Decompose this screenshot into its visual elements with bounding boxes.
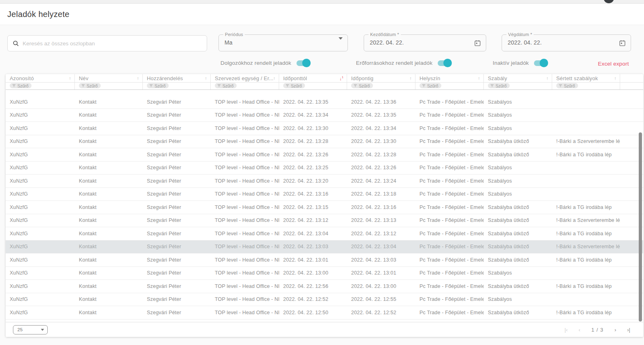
employees-beacons-toggle[interactable] [297, 60, 309, 66]
filter-chip[interactable]: Szűrő [351, 83, 373, 88]
inactive-beacons-toggle[interactable] [534, 60, 547, 66]
table-row[interactable]: XuNzfGKontaktSzegvári PéterTOP level - H… [6, 96, 643, 109]
table-row[interactable]: XuNzfGKontaktSzegvári PéterTOP level - H… [6, 227, 643, 241]
column-header-2[interactable]: Hozzárendelés↑ [143, 74, 211, 82]
cell-violated [552, 267, 620, 280]
header-filler [620, 74, 643, 82]
filter-chip-label: Szűrő [359, 83, 370, 88]
chevron-down-icon[interactable] [339, 37, 343, 47]
filter-chip[interactable]: Szűrő [283, 83, 305, 88]
cell-assignment: Szegvári Péter [143, 109, 211, 122]
column-header-6[interactable]: Helyszín↑ [415, 74, 484, 82]
table-row[interactable]: XuNzfGKontaktSzegvári PéterTOP level - H… [6, 162, 643, 175]
cell-name: Kontakt [75, 241, 143, 253]
column-header-4[interactable]: Időponttól↓1 [279, 74, 347, 82]
calendar-icon[interactable] [619, 40, 626, 48]
table-row[interactable]: XuNzfGKontaktSzegvári PéterTOP level - H… [6, 293, 643, 307]
filter-chip[interactable]: Szűrő [215, 83, 237, 88]
cell-location: Pc Trade - Főépület - Emelet -... [415, 148, 484, 161]
resources-beacons-toggle[interactable] [438, 60, 451, 66]
table-row[interactable]: XuNzfGKontaktSzegvári PéterTOP level - H… [6, 135, 643, 149]
cell-name: Kontakt [75, 214, 143, 227]
vertical-scrollbar[interactable] [639, 90, 642, 322]
table-row[interactable]: XuNzfGKontaktSzegvári PéterTOP level - H… [6, 109, 643, 122]
cell-to: 2022. 04. 22. 13:13 [347, 214, 415, 227]
user-avatar[interactable] [604, 0, 614, 3]
chevron-down-icon [41, 329, 44, 331]
cell-from: 2022. 04. 22. 13:25 [279, 162, 347, 175]
cell-org: TOP level - Head Office - NE T... [211, 267, 279, 280]
cell-to: 2022. 04. 22. 13:16 [347, 201, 415, 214]
table-row[interactable]: XuNzfGKontaktSzegvári PéterTOP level - H… [6, 214, 643, 228]
cell-rule: Szabályba ütköző [484, 148, 552, 161]
table-row[interactable]: XuNzfGKontaktSzegvári PéterTOP level - H… [6, 175, 643, 188]
filter-chip[interactable]: Szűrő [10, 83, 32, 88]
cell-name: Kontakt [75, 122, 143, 135]
table-top-spacer [6, 90, 643, 96]
search-field[interactable] [7, 35, 207, 51]
table-row[interactable]: XuNzfGKontaktSzegvári PéterTOP level - H… [6, 241, 643, 254]
table-row[interactable]: XuNzfGKontaktSzegvári PéterTOP level - H… [6, 122, 643, 135]
cell-assignment: Szegvári Péter [143, 135, 211, 148]
cell-id: XuNzfG [6, 148, 75, 161]
cell-name: Kontakt [75, 306, 143, 319]
column-header-8[interactable]: Sértett szabályok↑ [552, 74, 620, 82]
cell-id: XuNzfG [6, 214, 75, 227]
filter-icon [286, 84, 289, 87]
previous-page-button[interactable]: ‹ [578, 327, 580, 333]
first-page-button[interactable]: |‹ [565, 327, 568, 333]
filter-chip[interactable]: Szűrő [419, 83, 441, 88]
filter-chip[interactable]: Szűrő [556, 83, 578, 88]
cell-rule: Szabályba ütköző [484, 280, 552, 293]
cell-from: 2022. 04. 22. 13:15 [279, 201, 347, 214]
calendar-icon[interactable] [474, 40, 481, 48]
cell-violated: !-Bárki a Szerverterembe lép [552, 135, 620, 148]
cell-assignment: Szegvári Péter [143, 306, 211, 319]
end-date-field[interactable]: Végdátum * 2022. 04. 22. [502, 34, 631, 51]
cell-id: XuNzfG [6, 227, 75, 240]
table-row[interactable]: XuNzfGKontaktSzegvári PéterTOP level - H… [6, 188, 643, 201]
cell-rule: Szabályba ütköző [484, 306, 552, 319]
paginator: |‹ ‹ 1 / 3 › ›| [565, 327, 630, 333]
table-row[interactable]: XuNzfGKontaktSzegvári PéterTOP level - H… [6, 267, 643, 280]
filter-chip-label: Szűrő [291, 83, 302, 88]
cell-org: TOP level - Head Office - NE T... [211, 175, 279, 187]
period-select[interactable]: Periódus Ma [218, 34, 348, 51]
cell-violated [552, 96, 620, 109]
table-row[interactable]: XuNzfGKontaktSzegvári PéterTOP level - H… [6, 201, 643, 214]
excel-export-link[interactable]: Excel export [598, 61, 629, 67]
column-header-5[interactable]: Időpontig↑ [347, 74, 415, 82]
cell-rule: Szabályba ütköző [484, 214, 552, 227]
cell-violated [552, 188, 620, 201]
filter-chip[interactable]: Szűrő [79, 83, 101, 88]
last-page-button[interactable]: ›| [627, 327, 630, 333]
cell-id: XuNzfG [6, 109, 75, 122]
filter-filler [620, 83, 643, 89]
cell-id: XuNzfG [6, 188, 75, 201]
cell-assignment: Szegvári Péter [143, 148, 211, 161]
column-header-1[interactable]: Név↑ [75, 74, 143, 82]
cell-from: 2022. 04. 22. 13:00 [279, 267, 347, 280]
search-input[interactable] [23, 40, 202, 47]
scrollbar-thumb[interactable] [639, 132, 642, 322]
period-label: Periódus [223, 32, 245, 37]
column-header-3[interactable]: Szervezeti egység / Er...↑ [211, 74, 279, 82]
cell-org: TOP level - Head Office - NE T... [211, 122, 279, 135]
column-label: Azonosító [10, 75, 34, 81]
next-page-button[interactable]: › [614, 327, 616, 333]
column-header-0[interactable]: Azonosító↑ [6, 74, 75, 82]
start-date-field[interactable]: Kezdődátum * 2022. 04. 22. [364, 34, 486, 51]
sort-asc-icon: ↑ [273, 76, 275, 81]
filter-chip[interactable]: Szűrő [147, 83, 169, 88]
sort-asc-icon: ↑ [137, 76, 139, 81]
table-row[interactable]: XuNzfGKontaktSzegvári PéterTOP level - H… [6, 280, 643, 293]
column-header-7[interactable]: Szabály↑ [484, 74, 552, 82]
table-row[interactable]: XuNzfGKontaktSzegvári PéterTOP level - H… [6, 148, 643, 162]
table-row[interactable]: XuNzfGKontaktSzegvári PéterTOP level - H… [6, 306, 643, 319]
filter-cell-0: Szűrő [6, 83, 75, 89]
filter-cell-8: Szűrő [552, 83, 620, 89]
cell-rule: Szabályos [484, 109, 552, 122]
page-size-select[interactable]: 25 [13, 325, 48, 334]
table-row[interactable]: XuNzfGKontaktSzegvári PéterTOP level - H… [6, 253, 643, 267]
filter-chip[interactable]: Szűrő [488, 83, 510, 88]
